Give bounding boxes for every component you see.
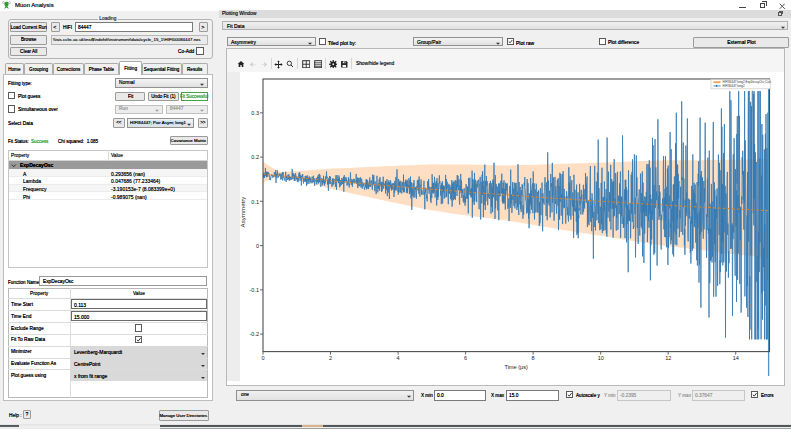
svg-text:Time (μs): Time (μs) xyxy=(504,364,528,370)
svg-text:0.1: 0.1 xyxy=(251,199,259,205)
svg-text:-0.1: -0.1 xyxy=(250,287,259,293)
svg-text:10: 10 xyxy=(598,355,604,361)
svg-text:12: 12 xyxy=(665,355,671,361)
svg-text:4: 4 xyxy=(397,355,400,361)
svg-text:Asymmetry: Asymmetry xyxy=(239,196,246,228)
svg-text:0.3: 0.3 xyxy=(251,110,259,116)
svg-text:HIFI84447;long2: HIFI84447;long2 xyxy=(723,84,746,88)
svg-text:2: 2 xyxy=(329,355,332,361)
svg-text:6: 6 xyxy=(464,355,467,361)
svg-text:8: 8 xyxy=(532,355,535,361)
svg-text:0.2: 0.2 xyxy=(251,154,259,160)
svg-text:-0.2: -0.2 xyxy=(250,331,259,337)
svg-text:14: 14 xyxy=(733,355,739,361)
svg-text:0: 0 xyxy=(261,355,264,361)
svg-text:0: 0 xyxy=(256,243,259,249)
svg-text:HIFI84447;long2;ExpDecayOsc;Ca: HIFI84447;long2;ExpDecayOsc;Calc xyxy=(723,80,772,84)
